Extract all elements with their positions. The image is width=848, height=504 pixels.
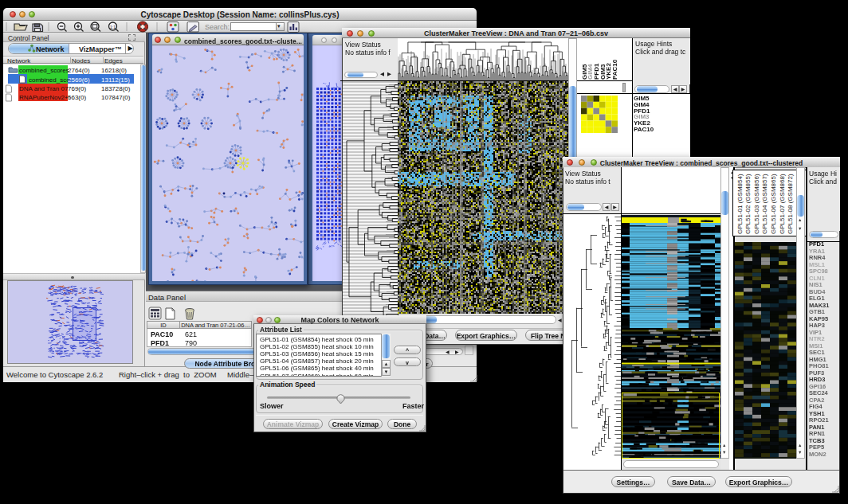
svg-text:1:1: 1:1 [110,25,116,29]
